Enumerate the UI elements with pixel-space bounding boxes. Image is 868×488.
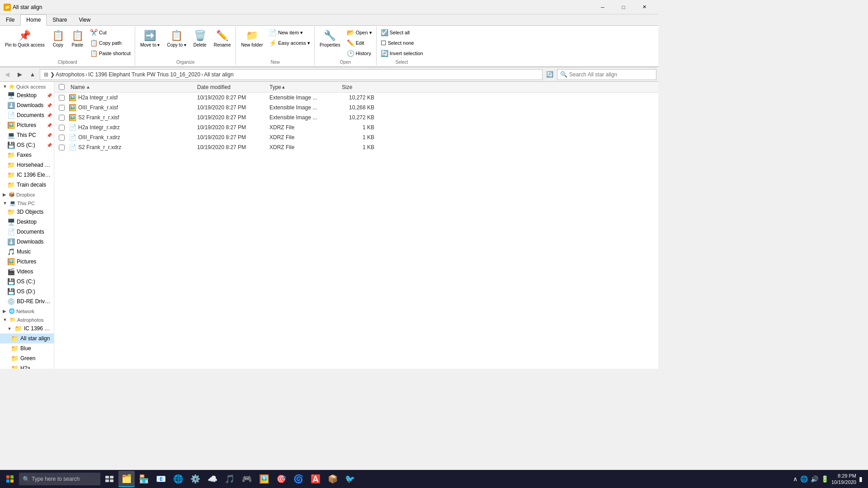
col-header-size[interactable]: Size xyxy=(340,82,376,93)
tab-file[interactable]: File xyxy=(0,14,20,25)
sidebar-item-green[interactable]: 📁 Green xyxy=(0,353,54,363)
quick-access-section[interactable]: ▼ ⭐ Quick access xyxy=(0,82,54,90)
search-input[interactable] xyxy=(569,71,653,78)
sidebar-item-ic1396-qa[interactable]: 📁 IC 1396 Elephant xyxy=(0,170,54,180)
sidebar-item-desktop[interactable]: 🖥️ Desktop 📌 xyxy=(0,90,54,100)
main-layout: ▼ ⭐ Quick access 🖥️ Desktop 📌 ⬇️ Downloa… xyxy=(0,82,658,369)
row-checkbox-0[interactable] xyxy=(59,95,65,101)
tab-view[interactable]: View xyxy=(73,14,96,25)
select-all-checkbox[interactable] xyxy=(59,84,65,90)
sidebar-item-allstar[interactable]: 📁 All star align xyxy=(0,333,54,343)
osc-pc-icon: 💾 xyxy=(7,278,15,285)
sidebar-item-horsehead[interactable]: 📁 Horsehead Nebu xyxy=(0,160,54,170)
sidebar-item-osd[interactable]: 💾 OS (D:) xyxy=(0,286,54,296)
col-header-name[interactable]: Name ▲ xyxy=(69,82,195,93)
sidebar-item-bdre[interactable]: 💿 BD-RE Drive (K:) xyxy=(0,296,54,306)
close-button[interactable]: ✕ xyxy=(634,0,655,14)
properties-button[interactable]: 🔧 Properties xyxy=(316,28,344,50)
file-checkbox-0[interactable] xyxy=(54,95,69,101)
select-all-button[interactable]: ☑️ Select all xyxy=(378,28,425,38)
move-to-button[interactable]: ➡️ Move to ▾ xyxy=(137,28,163,50)
copy-to-button[interactable]: 📋 Copy to ▾ xyxy=(164,28,189,50)
sidebar-item-documents-pc[interactable]: 📄 Documents xyxy=(0,227,54,237)
history-button[interactable]: 🕐 History xyxy=(344,48,374,58)
address-bar[interactable]: ⊞ ❯ Astrophotos › IC 1396 Elephant Trunk… xyxy=(40,69,542,80)
network-section[interactable]: ▶ 🌐 Network xyxy=(0,306,54,315)
ribbon-group-select: ☑️ Select all ☐ Select none 🔄 Invert sel… xyxy=(377,27,427,66)
address-segment-ic1396[interactable]: IC 1396 Elephant Trunk PW Trius 10_16_20… xyxy=(88,71,200,78)
file-name: OIII_Frank_r.xisf xyxy=(78,104,194,111)
maximize-button[interactable]: □ xyxy=(613,0,634,14)
file-row[interactable]: 🖼️ S2 Frank_r_r.xisf 10/19/2020 8:27 PM … xyxy=(54,113,658,122)
up-button[interactable]: ▲ xyxy=(27,69,38,80)
file-row[interactable]: 📄 S2 Frank_r_r.xdrz 10/19/2020 8:27 PM X… xyxy=(54,142,658,152)
sidebar-item-train[interactable]: 📁 Train decals xyxy=(0,180,54,190)
rename-button[interactable]: ✏️ Rename xyxy=(211,28,234,50)
paste-shortcut-button[interactable]: 📋 Paste shortcut xyxy=(88,48,133,58)
pin-button[interactable]: 📌 Pin to Quick access xyxy=(2,28,48,50)
file-row[interactable]: 📄 OIII_Frank_r.xdrz 10/19/2020 8:27 PM X… xyxy=(54,132,658,142)
dropbox-section[interactable]: ▶ 📦 Dropbox xyxy=(0,190,54,198)
copy-path-button[interactable]: 📋 Copy path xyxy=(88,38,133,48)
search-box[interactable]: 🔍 xyxy=(557,69,656,80)
tab-home[interactable]: Home xyxy=(20,14,47,26)
sidebar-item-thispc-qa[interactable]: 💻 This PC 📌 xyxy=(0,130,54,140)
minimize-button[interactable]: ─ xyxy=(592,0,613,14)
invert-selection-button[interactable]: 🔄 Invert selection xyxy=(378,48,425,58)
col-header-date[interactable]: Date modified xyxy=(195,82,268,93)
sidebar-item-ic1396-tree[interactable]: ▼ 📁 IC 1396 Elephant xyxy=(0,324,54,333)
open-button[interactable]: 📂 Open ▾ xyxy=(344,28,374,38)
sidebar-item-pictures-pc[interactable]: 🖼️ Pictures xyxy=(0,257,54,267)
file-checkbox-2[interactable] xyxy=(54,115,69,121)
sidebar-item-3dobjects[interactable]: 📁 3D Objects xyxy=(0,207,54,217)
osc-icon: 💾 xyxy=(7,141,15,149)
paste-button[interactable]: 📋 Paste xyxy=(68,28,87,50)
sidebar-item-desktop-pc[interactable]: 🖥️ Desktop xyxy=(0,217,54,227)
sidebar-item-osc-pc[interactable]: 💾 OS (C:) xyxy=(0,277,54,286)
delete-button[interactable]: 🗑️ Delete xyxy=(190,28,210,50)
sidebar-item-h2a[interactable]: 📁 H2a xyxy=(0,363,54,369)
row-checkbox-2[interactable] xyxy=(59,115,65,121)
sidebar-item-osc[interactable]: 💾 OS (C:) 📌 xyxy=(0,140,54,150)
col-header-type[interactable]: Type ▲ xyxy=(268,82,340,93)
row-checkbox-5[interactable] xyxy=(59,145,65,150)
new-folder-button[interactable]: 📁 New folder xyxy=(238,28,266,50)
tab-share[interactable]: Share xyxy=(47,14,73,25)
file-row[interactable]: 📄 H2a Integr_r.xdrz 10/19/2020 8:27 PM X… xyxy=(54,122,658,132)
back-button[interactable]: ◀ xyxy=(2,69,13,80)
easy-access-button[interactable]: ⚡ Easy access ▾ xyxy=(267,38,312,48)
file-checkbox-3[interactable] xyxy=(54,125,69,131)
row-checkbox-1[interactable] xyxy=(59,105,65,111)
address-sep-1: › xyxy=(85,71,87,78)
organize-label: Organize xyxy=(135,60,236,65)
sidebar-item-blue[interactable]: 📁 Blue xyxy=(0,343,54,353)
sidebar-item-downloads-pc[interactable]: ⬇️ Downloads xyxy=(0,237,54,247)
sidebar-item-music[interactable]: 🎵 Music xyxy=(0,247,54,257)
cut-button[interactable]: ✂️ Cut xyxy=(88,28,133,38)
sidebar-item-documents[interactable]: 📄 Documents 📌 xyxy=(0,110,54,120)
edit-button[interactable]: ✏️ Edit xyxy=(344,38,374,48)
sidebar-item-downloads[interactable]: ⬇️ Downloads 📌 xyxy=(0,100,54,110)
file-row[interactable]: 🖼️ H2a Integr_r.xisf 10/19/2020 8:27 PM … xyxy=(54,93,658,103)
row-checkbox-3[interactable] xyxy=(59,125,65,131)
thispc-section[interactable]: ▼ 💻 This PC xyxy=(0,198,54,207)
file-checkbox-4[interactable] xyxy=(54,135,69,141)
invert-icon: 🔄 xyxy=(381,50,388,57)
select-none-button[interactable]: ☐ Select none xyxy=(378,38,425,48)
sidebar-item-pictures[interactable]: 🖼️ Pictures 📌 xyxy=(0,120,54,130)
sidebar-item-videos[interactable]: 🎬 Videos xyxy=(0,267,54,277)
address-segment-current[interactable]: All star align xyxy=(204,71,233,78)
address-segment-astrophotos[interactable]: Astrophotos xyxy=(56,71,85,78)
sidebar-item-faxes[interactable]: 📁 Faxes xyxy=(0,150,54,160)
new-item-button[interactable]: 📄 New item ▾ xyxy=(267,28,312,38)
row-checkbox-4[interactable] xyxy=(59,135,65,141)
astrophotos-section[interactable]: ▼ 📁 Astrophotos xyxy=(0,315,54,324)
file-checkbox-5[interactable] xyxy=(54,145,69,150)
copy-main-button[interactable]: 📋 Copy xyxy=(49,28,67,50)
file-row[interactable]: 🖼️ OIII_Frank_r.xisf 10/19/2020 8:27 PM … xyxy=(54,103,658,113)
forward-button[interactable]: ▶ xyxy=(14,69,25,80)
file-checkbox-1[interactable] xyxy=(54,105,69,111)
blue-icon: 📁 xyxy=(11,345,19,352)
address-segment-home[interactable]: ❯ xyxy=(50,71,55,78)
refresh-button[interactable]: 🔄 xyxy=(544,69,555,80)
